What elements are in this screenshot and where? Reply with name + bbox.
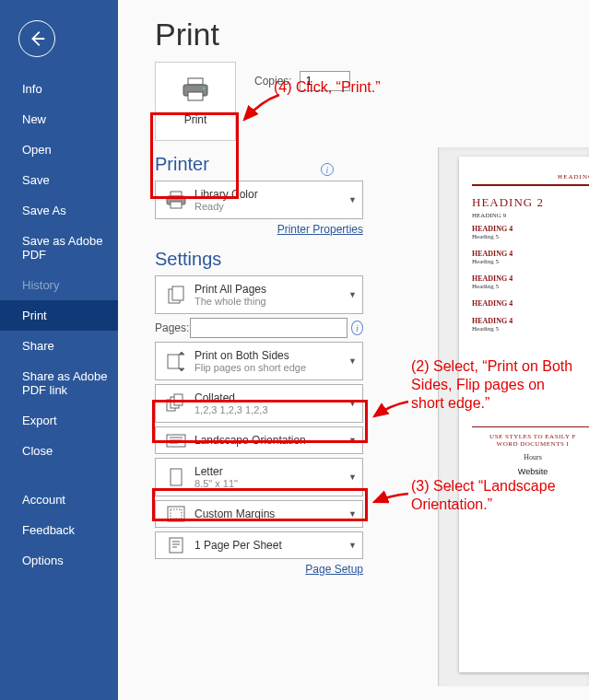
svg-rect-6 bbox=[171, 202, 182, 208]
print-button[interactable]: Print bbox=[155, 62, 236, 141]
preview-h5: Heading 5 bbox=[472, 283, 589, 290]
collate-dropdown[interactable]: Collated 1,2,3 1,2,3 1,2,3 ▼ bbox=[155, 384, 363, 423]
page-icon bbox=[163, 464, 189, 490]
printer-properties-link[interactable]: Printer Properties bbox=[155, 223, 363, 236]
svg-rect-9 bbox=[168, 355, 179, 368]
preview-heading9: HEADING 9 bbox=[472, 212, 589, 219]
sidebar-item-info[interactable]: Info bbox=[0, 74, 118, 104]
preview-h4: HEADING 4 bbox=[472, 299, 589, 308]
print-button-label: Print bbox=[184, 113, 207, 126]
sidebar-item-feedback[interactable]: Feedback bbox=[0, 515, 118, 545]
svg-rect-4 bbox=[171, 192, 182, 196]
back-button[interactable] bbox=[18, 20, 55, 57]
dd-line2: 8.5" x 11" bbox=[194, 478, 344, 489]
sidebar-item-save-as[interactable]: Save As bbox=[0, 195, 118, 226]
chevron-down-icon: ▼ bbox=[348, 290, 357, 299]
dd-line1: 1 Page Per Sheet bbox=[194, 539, 344, 552]
landscape-icon bbox=[163, 427, 189, 453]
dd-line1: Custom Margins bbox=[194, 508, 344, 520]
pages-label: Pages: bbox=[155, 321, 190, 334]
dd-line2: 1,2,3 1,2,3 1,2,3 bbox=[194, 404, 344, 415]
duplex-icon bbox=[163, 348, 189, 374]
page-title: Print bbox=[155, 17, 589, 52]
dd-line2: Flip pages on short edge bbox=[194, 362, 344, 373]
svg-rect-8 bbox=[172, 286, 183, 300]
print-what-dropdown[interactable]: Print All Pages The whole thing ▼ bbox=[155, 275, 363, 314]
sidebar-item-options[interactable]: Options bbox=[0, 545, 118, 576]
margins-dropdown[interactable]: Custom Margins ▼ bbox=[155, 500, 363, 528]
chevron-down-icon: ▼ bbox=[348, 356, 357, 366]
margins-icon bbox=[163, 501, 189, 527]
preview-h4: HEADING 4 bbox=[472, 225, 589, 233]
sidebar-item-print[interactable]: Print bbox=[0, 300, 118, 331]
orientation-dropdown[interactable]: Landscape Orientation ▼ bbox=[155, 426, 363, 454]
preview-footer1: USE STYLES TO EASILY F WORD DOCUMENTS I bbox=[472, 433, 589, 448]
svg-point-3 bbox=[203, 88, 206, 90]
preview-h5: Heading 5 bbox=[472, 325, 589, 332]
preview-heading2: HEADING 2 bbox=[472, 195, 589, 210]
preview-h4: HEADING 4 bbox=[472, 317, 589, 325]
preview-h4: HEADING 4 bbox=[472, 274, 589, 283]
sidebar-item-save-adobe-pdf[interactable]: Save as Adobe PDF bbox=[0, 226, 118, 270]
svg-rect-20 bbox=[170, 538, 183, 553]
chevron-down-icon: ▼ bbox=[348, 472, 357, 482]
sidebar-item-share[interactable]: Share bbox=[0, 331, 118, 361]
sidebar-item-history[interactable]: History bbox=[0, 270, 118, 300]
chevron-down-icon: ▼ bbox=[348, 399, 357, 408]
sidebar-item-new[interactable]: New bbox=[0, 104, 118, 134]
pages-stack-icon bbox=[163, 282, 189, 308]
print-preview-pane: HEADING HEADING 2 HEADING 9 HEADING 4Hea… bbox=[438, 147, 589, 686]
dd-line1: Print All Pages bbox=[194, 283, 344, 296]
chevron-down-icon: ▼ bbox=[348, 436, 357, 445]
svg-rect-17 bbox=[171, 469, 182, 485]
preview-footer2: Hours bbox=[472, 453, 589, 461]
sidebar-item-close[interactable]: Close bbox=[0, 436, 118, 466]
sidebar-item-open[interactable]: Open bbox=[0, 134, 118, 165]
pages-per-sheet-dropdown[interactable]: 1 Page Per Sheet ▼ bbox=[155, 531, 363, 559]
chevron-down-icon: ▼ bbox=[348, 195, 357, 204]
sidebar-item-share-adobe-pdf-link[interactable]: Share as Adobe PDF link bbox=[0, 361, 118, 405]
preview-page: HEADING HEADING 2 HEADING 9 HEADING 4Hea… bbox=[459, 157, 589, 672]
preview-h5: Heading 5 bbox=[472, 233, 589, 240]
page-setup-link[interactable]: Page Setup bbox=[155, 563, 363, 576]
dd-line1: Letter bbox=[194, 465, 344, 478]
printer-icon bbox=[163, 187, 189, 213]
pages-info-icon[interactable]: i bbox=[351, 321, 363, 335]
svg-rect-0 bbox=[188, 78, 203, 85]
dd-line2: The whole thing bbox=[194, 296, 344, 307]
backstage-sidebar: Info New Open Save Save As Save as Adobe… bbox=[0, 0, 118, 700]
printer-status: Ready bbox=[194, 201, 344, 212]
sidebar-item-save[interactable]: Save bbox=[0, 165, 118, 195]
copies-input[interactable] bbox=[300, 71, 350, 91]
dd-line1: Landscape Orientation bbox=[194, 434, 344, 447]
single-page-icon bbox=[163, 532, 189, 558]
copies-label: Copies: bbox=[254, 75, 292, 88]
printer-dropdown[interactable]: Library Color Ready ▼ bbox=[155, 181, 363, 219]
dd-line1: Print on Both Sides bbox=[194, 349, 344, 362]
preview-heading-top: HEADING bbox=[472, 173, 589, 181]
chevron-down-icon: ▼ bbox=[348, 509, 357, 519]
sidebar-item-account[interactable]: Account bbox=[0, 484, 118, 515]
paper-size-dropdown[interactable]: Letter 8.5" x 11" ▼ bbox=[155, 458, 363, 496]
pages-input[interactable] bbox=[190, 318, 348, 338]
svg-rect-2 bbox=[188, 92, 203, 100]
printer-info-icon[interactable]: i bbox=[321, 163, 334, 176]
sidebar-item-export[interactable]: Export bbox=[0, 405, 118, 436]
dd-line1: Collated bbox=[194, 391, 344, 404]
printer-name: Library Color bbox=[194, 188, 344, 201]
svg-rect-12 bbox=[174, 394, 183, 405]
preview-h4: HEADING 4 bbox=[472, 250, 589, 258]
collate-icon bbox=[163, 391, 189, 416]
chevron-down-icon: ▼ bbox=[348, 541, 357, 550]
preview-h5: Heading 5 bbox=[472, 258, 589, 265]
printer-icon bbox=[180, 76, 211, 106]
preview-footer3: Website bbox=[472, 467, 589, 476]
sides-dropdown[interactable]: Print on Both Sides Flip pages on short … bbox=[155, 342, 363, 380]
